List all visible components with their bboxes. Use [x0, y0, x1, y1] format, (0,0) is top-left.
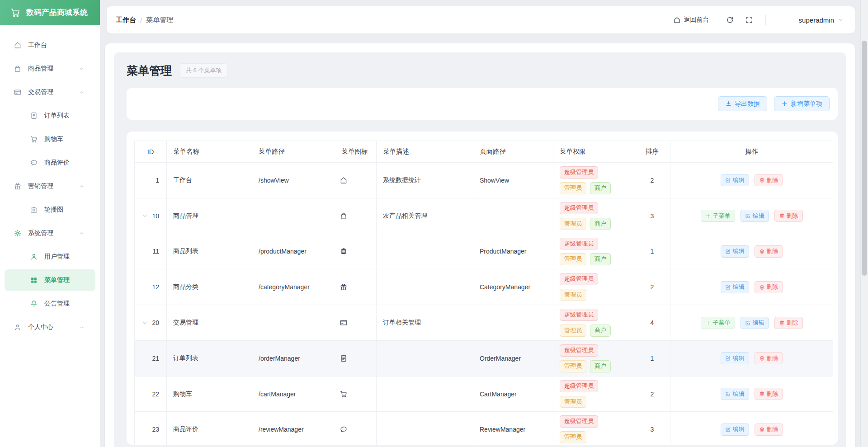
edit-button[interactable]: 编辑: [721, 423, 749, 436]
menu-name: 商品列表: [167, 234, 252, 269]
delete-label: 删除: [767, 283, 778, 291]
sidebar-item-label: 用户管理: [44, 253, 70, 261]
edit-button[interactable]: 编辑: [741, 317, 769, 329]
expand-chevron-icon[interactable]: [142, 213, 148, 219]
cart-icon: [30, 135, 38, 143]
menu-id: 23: [152, 426, 159, 433]
edit-button[interactable]: 编辑: [721, 245, 749, 258]
page-panel: 菜单管理 共 6 个菜单项 导出数据 新增菜单项: [114, 52, 846, 447]
sidebar-item-carousel[interactable]: 轮播图: [0, 199, 100, 221]
edit-button[interactable]: 编辑: [721, 281, 749, 293]
sidebar-item-profile[interactable]: 个人中心: [0, 316, 100, 338]
bell-icon: [30, 300, 38, 308]
vertical-scrollbar[interactable]: [860, 0, 868, 447]
sidebar-item-marketing-mgmt[interactable]: 营销管理: [0, 175, 100, 197]
sub-button[interactable]: 子菜单: [701, 210, 735, 222]
role-tag: 超级管理员: [560, 273, 598, 285]
edit-button[interactable]: 编辑: [721, 388, 749, 400]
permissions-cell: 超级管理员管理员: [553, 269, 634, 305]
table-row: 10商品管理农产品相关管理超级管理员管理员商户3子菜单编辑删除: [135, 198, 833, 234]
expand-chevron-icon[interactable]: [142, 320, 148, 326]
sidebar-item-system-mgmt[interactable]: 系统管理: [0, 222, 100, 244]
edit-icon: [745, 213, 751, 219]
id-cell-content: 20: [141, 319, 160, 326]
export-data-button[interactable]: 导出数据: [718, 96, 767, 111]
sidebar-item-workbench[interactable]: 工作台: [0, 34, 100, 56]
table-row: 20交易管理订单相关管理超级管理员管理员商户4子菜单编辑删除: [135, 305, 833, 341]
sub-button[interactable]: 子菜单: [701, 317, 735, 329]
sidebar: 数码产品商城系统 工作台商品管理交易管理订单列表购物车商品评价营销管理轮播图系统…: [0, 0, 100, 447]
delete-button[interactable]: 删除: [755, 281, 783, 293]
add-menu-item-button[interactable]: 新增菜单项: [774, 96, 830, 111]
edit-button[interactable]: 编辑: [741, 210, 769, 222]
page-path: ProductManager: [473, 234, 553, 269]
sidebar-item-label: 交易管理: [28, 88, 53, 96]
menu-icon-cell: [333, 163, 377, 198]
sort-value: 2: [634, 269, 670, 305]
edit-label: 编辑: [733, 247, 745, 255]
app-logo[interactable]: 数码产品商城系统: [0, 0, 100, 25]
delete-label: 删除: [767, 425, 778, 433]
gift-icon: [340, 283, 370, 291]
edit-icon: [745, 320, 751, 326]
permission-tags: 超级管理员管理员商户: [560, 309, 627, 337]
sidebar-item-notice-mgmt[interactable]: 公告管理: [0, 293, 100, 315]
edit-button[interactable]: 编辑: [721, 352, 749, 364]
menu-path: /showView: [252, 163, 333, 198]
delete-button[interactable]: 删除: [755, 423, 783, 436]
breadcrumb-root[interactable]: 工作台: [116, 16, 136, 24]
doc-icon: [340, 354, 370, 362]
sidebar-item-label: 购物车: [44, 135, 63, 143]
delete-button[interactable]: 删除: [755, 245, 783, 258]
plus-icon: [781, 100, 788, 107]
column-header-3: 菜单路径: [252, 141, 333, 163]
sidebar-item-label: 菜单管理: [44, 276, 70, 284]
role-tag: 超级管理员: [560, 380, 598, 392]
sidebar-item-menu-mgmt[interactable]: 菜单管理: [5, 269, 95, 291]
id-cell-content: 11: [141, 248, 160, 255]
delete-button[interactable]: 删除: [755, 174, 783, 186]
delete-button[interactable]: 删除: [755, 352, 783, 364]
menu-icon-cell: [333, 198, 377, 234]
refresh-icon[interactable]: [726, 16, 734, 24]
back-to-front-link[interactable]: 返回前台: [673, 16, 709, 24]
delete-button[interactable]: 删除: [774, 210, 803, 222]
shopping-cart-logo-icon: [10, 7, 21, 18]
table-row: 22购物车/cartManagerCartManager超级管理员管理员2编辑删…: [135, 376, 833, 412]
sidebar-item-user-mgmt[interactable]: 用户管理: [0, 246, 100, 268]
table-row: 23商品评价/reviewManagerReviewManager超级管理员管理…: [135, 412, 833, 445]
sidebar-item-cart[interactable]: 购物车: [0, 128, 100, 150]
menu-icon-cell: [333, 305, 377, 341]
sort-value: 1: [634, 234, 670, 269]
permission-tags: 超级管理员管理员商户: [560, 202, 627, 230]
scrollbar-thumb[interactable]: [862, 41, 867, 276]
delete-button[interactable]: 删除: [774, 317, 803, 329]
permission-tags: 超级管理员管理员商户: [560, 344, 627, 372]
grid-icon: [30, 276, 38, 284]
sidebar-item-trade-mgmt[interactable]: 交易管理: [0, 81, 100, 103]
sidebar-item-goods-review[interactable]: 商品评价: [0, 152, 100, 174]
delete-label: 删除: [787, 212, 798, 220]
page-path: ReviewManager: [473, 412, 553, 445]
menu-name: 交易管理: [167, 305, 252, 341]
menu-path: /cartManager: [252, 376, 333, 412]
sidebar-item-order-list[interactable]: 订单列表: [0, 105, 100, 127]
download-icon: [725, 100, 732, 107]
delete-button[interactable]: 删除: [755, 388, 783, 400]
column-header-9: 操作: [670, 141, 833, 163]
delete-label: 删除: [767, 247, 778, 255]
delete-label: 删除: [787, 319, 798, 327]
permission-tags: 超级管理员管理员: [560, 380, 627, 408]
sidebar-item-goods-mgmt[interactable]: 商品管理: [0, 58, 100, 80]
page-path: [473, 305, 553, 341]
table-row: 12商品分类/categoryManagerCategoryManager超级管…: [135, 269, 833, 305]
user-menu[interactable]: superadmin: [799, 16, 843, 24]
app-title: 数码产品商城系统: [26, 8, 88, 18]
username: superadmin: [799, 16, 834, 24]
action-buttons: 编辑删除: [677, 281, 826, 293]
id-cell-content: 10: [141, 212, 160, 220]
edit-button[interactable]: 编辑: [721, 174, 749, 186]
chevron-down-icon: [79, 66, 85, 72]
fullscreen-icon[interactable]: [745, 16, 754, 24]
role-tag: 管理员: [560, 360, 586, 372]
